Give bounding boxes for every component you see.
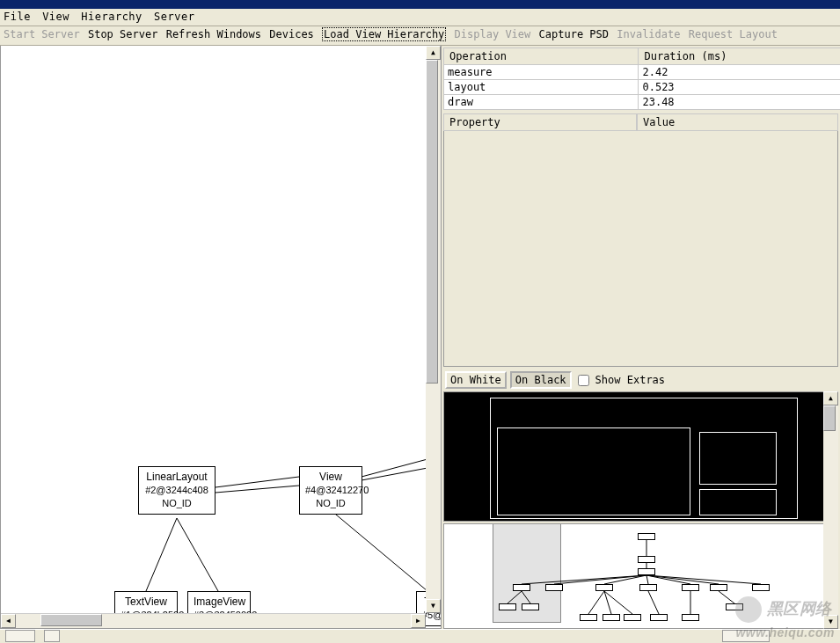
prop-header[interactable]: Property [443,113,637,131]
tb-load-view-hierarchy[interactable]: Load View Hierarchy [322,27,446,41]
svg-line-11 [604,575,646,584]
property-panel: Property Value [443,113,838,367]
op-header[interactable]: Operation [444,48,639,65]
menu-server[interactable]: Server [154,11,194,23]
menu-hierarchy[interactable]: Hierarchy [81,11,142,23]
preview-scrollbar-v[interactable]: ▲ ▼ [823,391,838,629]
svg-line-21 [648,591,659,614]
scroll-right-btn[interactable]: ▶ [411,614,426,628]
preview-controls: On White On Black Show Extras [442,369,840,391]
node-id: #4@32412270 [305,484,356,497]
svg-line-15 [646,575,761,584]
svg-line-3 [362,468,427,480]
tb-request-layout: Request Layout [689,28,778,40]
operation-table: Operation Duration (ms) measure2.42 layo… [443,47,840,110]
scroll-up-btn[interactable]: ▲ [823,391,838,406]
show-extras-checkbox[interactable] [578,375,589,386]
menu-file[interactable]: File [4,11,31,23]
preview-black[interactable] [443,391,838,522]
scroll-down-btn[interactable]: ▼ [823,615,838,629]
on-white-button[interactable]: On White [445,371,507,389]
svg-line-10 [554,575,646,584]
hierarchy-canvas-pane[interactable]: LinearLayout #2@3244c408 NO_ID View #4@3… [0,46,442,629]
scroll-down-btn[interactable]: ▼ [426,599,441,613]
titlebar [0,0,840,9]
tb-refresh-windows[interactable]: Refresh Windows [166,28,261,40]
tree-node-linearlayout[interactable]: LinearLayout #2@3244c408 NO_ID [138,466,215,515]
node-title: LinearLayout [144,471,209,484]
table-row: layout0.523 [444,80,841,95]
tb-devices[interactable]: Devices [269,28,314,40]
svg-line-18 [588,591,604,614]
node-title: View [305,471,356,484]
node-title: ImageView [194,596,245,609]
node-title: TextView [121,596,172,609]
dur-header[interactable]: Duration (ms) [639,48,840,65]
tb-invalidate: Invalidate [617,28,680,40]
scroll-up-btn[interactable]: ▲ [426,46,441,60]
node-id2: NO_ID [305,497,356,510]
scrollbar-v[interactable]: ▲ ▼ [426,46,441,613]
show-extras-label: Show Extras [595,374,665,386]
svg-line-13 [646,575,690,584]
menu-view[interactable]: View [42,11,69,23]
svg-line-1 [215,486,299,493]
value-header[interactable]: Value [637,113,838,131]
svg-line-12 [646,575,648,584]
svg-line-23 [719,591,734,603]
bottom-btn-3[interactable] [722,630,770,642]
scrollbar-h[interactable]: ◀ ▶ [1,613,426,628]
bottom-btn-2[interactable] [44,630,60,642]
tb-start-server: Start Server [4,28,80,40]
on-black-button[interactable]: On Black [510,371,572,389]
node-id: #2@3244c408 [144,484,209,497]
tb-capture-psd[interactable]: Capture PSD [539,28,609,40]
table-row: measure2.42 [444,65,841,80]
bottom-btn-1[interactable] [5,630,35,642]
table-row: draw23.48 [444,95,841,110]
svg-line-2 [362,459,427,477]
svg-line-20 [604,591,632,614]
tree-node-view[interactable]: View #4@32412270 NO_ID [299,466,362,515]
svg-line-5 [177,518,218,591]
svg-line-6 [331,510,427,591]
svg-line-14 [646,575,719,584]
tb-display-view: Display View [455,28,531,40]
preview-minimap[interactable] [443,523,838,629]
tb-stop-server[interactable]: Stop Server [88,28,157,40]
right-pane: Operation Duration (ms) measure2.42 layo… [442,46,840,629]
node-id2: NO_ID [144,497,209,510]
svg-line-0 [215,477,299,487]
bottom-bar [0,629,840,643]
menubar: File View Hierarchy Server [0,9,840,26]
scroll-left-btn[interactable]: ◀ [1,614,16,628]
svg-line-19 [604,591,611,614]
toolbar: Start Server Stop Server Refresh Windows… [0,26,840,46]
svg-line-4 [146,518,177,591]
